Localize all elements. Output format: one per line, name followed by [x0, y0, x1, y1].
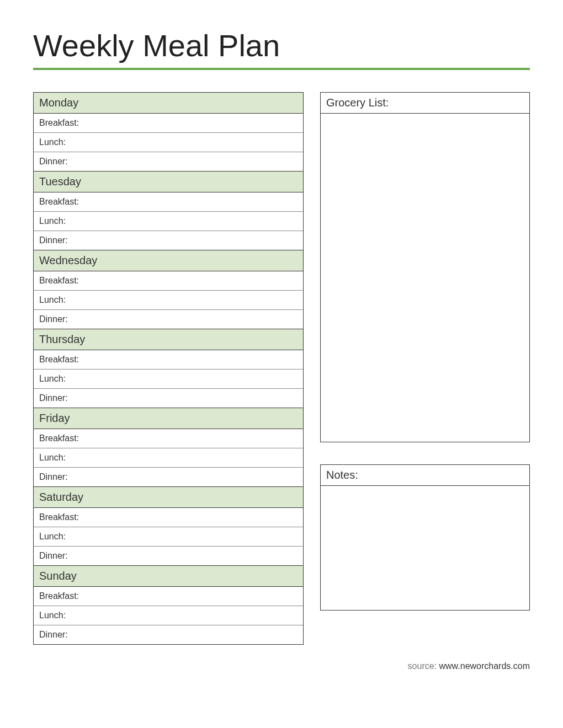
meal-row: Dinner:	[34, 625, 303, 644]
meal-row: Lunch:	[34, 527, 303, 547]
meal-row: Breakfast:	[34, 114, 303, 133]
meal-row: Lunch:	[34, 606, 303, 625]
meal-plan-column: Monday Breakfast: Lunch: Dinner: Tuesday…	[33, 92, 304, 645]
meal-row: Dinner:	[34, 547, 303, 565]
meal-row: Dinner:	[34, 389, 303, 408]
meal-row: Dinner:	[34, 310, 303, 329]
meal-row: Lunch:	[34, 370, 303, 389]
meal-row: Breakfast:	[34, 271, 303, 291]
meal-plan-table: Monday Breakfast: Lunch: Dinner: Tuesday…	[33, 92, 304, 645]
day-header-sunday: Sunday	[34, 565, 303, 587]
meal-row: Breakfast:	[34, 508, 303, 527]
grocery-list-header: Grocery List:	[321, 93, 529, 114]
meal-row: Lunch:	[34, 133, 303, 152]
meal-row: Lunch:	[34, 291, 303, 310]
meal-row: Lunch:	[34, 212, 303, 231]
meal-row: Lunch:	[34, 448, 303, 468]
notes-header: Notes:	[321, 465, 529, 486]
sidebar-column: Grocery List: Notes:	[320, 92, 530, 645]
day-header-saturday: Saturday	[34, 486, 303, 508]
meal-row: Breakfast:	[34, 192, 303, 212]
day-header-tuesday: Tuesday	[34, 171, 303, 192]
meal-row: Breakfast:	[34, 587, 303, 606]
grocery-list-body	[321, 114, 529, 442]
day-header-monday: Monday	[34, 93, 303, 114]
grocery-list-box: Grocery List:	[320, 92, 530, 442]
meal-row: Dinner:	[34, 468, 303, 486]
day-header-thursday: Thursday	[34, 329, 303, 350]
meal-row: Dinner:	[34, 231, 303, 250]
notes-box: Notes:	[320, 464, 530, 611]
page-title: Weekly Meal Plan	[33, 28, 530, 70]
source-text: www.neworchards.com	[439, 661, 530, 671]
notes-body	[321, 486, 529, 610]
day-header-wednesday: Wednesday	[34, 250, 303, 271]
meal-row: Dinner:	[34, 152, 303, 171]
source-prefix: source:	[408, 661, 439, 671]
meal-row: Breakfast:	[34, 350, 303, 370]
day-header-friday: Friday	[34, 408, 303, 429]
meal-row: Breakfast:	[34, 429, 303, 448]
main-layout: Monday Breakfast: Lunch: Dinner: Tuesday…	[33, 92, 530, 645]
source-line: source: www.neworchards.com	[33, 661, 530, 671]
